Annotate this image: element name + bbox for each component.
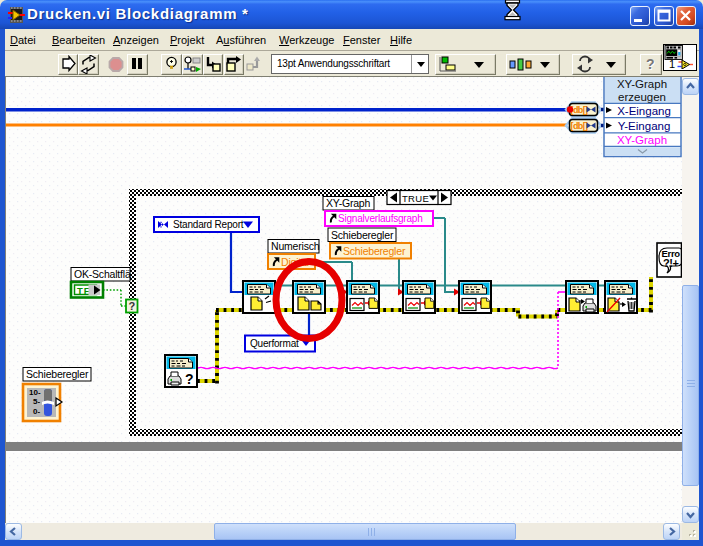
svg-text:TRUE: TRUE [402, 193, 429, 204]
svg-text:XY-Graph: XY-Graph [617, 78, 667, 90]
svg-text:OK-Schaltflä: OK-Schaltflä [74, 268, 131, 280]
svg-text:Schieberegler: Schieberegler [331, 229, 394, 241]
svg-text:Schieberegler: Schieberegler [343, 245, 406, 257]
svg-text:Y-Eingang: Y-Eingang [618, 120, 671, 132]
svg-text:?: ? [129, 300, 136, 312]
svg-text:0-: 0- [33, 407, 40, 416]
svg-text:X-Eingang: X-Eingang [617, 105, 671, 117]
svg-text:1: 1 [669, 58, 675, 69]
svg-text:5-: 5- [33, 397, 40, 406]
svg-text:?: ? [185, 371, 194, 387]
svg-text:erzeugen: erzeugen [618, 91, 666, 103]
svg-text:Schieberegler: Schieberegler [26, 368, 89, 380]
svg-text:XY-Graph: XY-Graph [617, 134, 667, 146]
svg-text:[db[]: [db[] [571, 121, 589, 131]
svg-text:XY-Graph: XY-Graph [326, 197, 370, 209]
svg-text:Signalverlaufsgraph: Signalverlaufsgraph [338, 213, 423, 224]
svg-text:Numerisch: Numerisch [271, 240, 320, 252]
svg-text:Standard Report: Standard Report [173, 219, 244, 230]
svg-text:Querformat: Querformat [250, 338, 299, 349]
svg-text:10-: 10- [29, 388, 41, 397]
svg-text:?!+: ?!+ [663, 257, 678, 269]
